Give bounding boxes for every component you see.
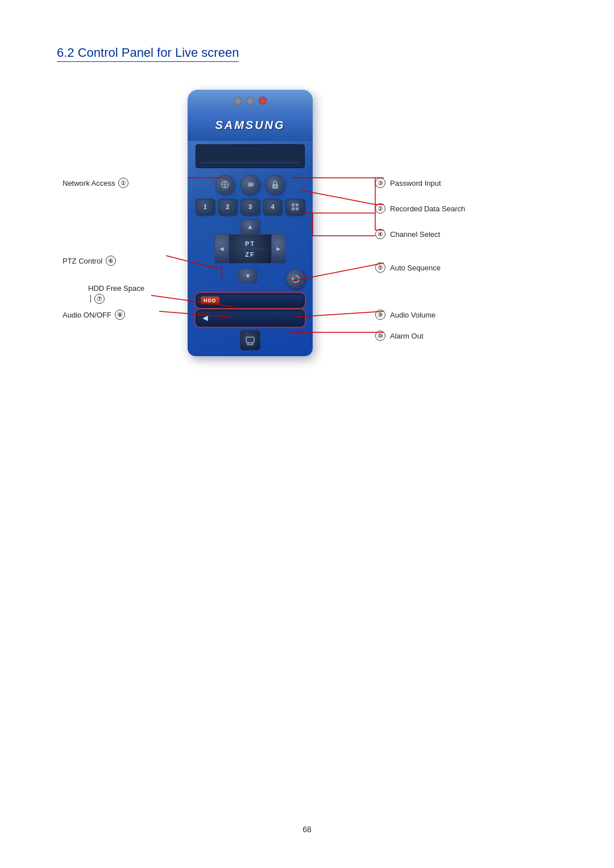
close-button[interactable] — [259, 97, 267, 105]
ptz-divider — [236, 249, 264, 249]
ptz-middle-row: ◄ PT ZF ► — [214, 234, 286, 264]
samsung-logo: SAMSUNG — [215, 119, 285, 132]
ptz-control-label: PTZ Control — [63, 257, 102, 265]
ptz-up-button[interactable]: ▲ — [240, 219, 260, 234]
dvr-alarm-area — [188, 328, 313, 356]
svg-rect-8 — [296, 207, 298, 210]
label-auto-sequence-group: ⑤ Auto Sequence — [375, 262, 441, 273]
dvr-top-buttons — [188, 172, 313, 197]
label-alarm-out-group: ⑩ Alarm Out — [375, 331, 424, 341]
label-network-access-group: Network Access ① — [63, 178, 128, 188]
dvr-screen-inner — [202, 162, 298, 163]
record-icon — [246, 180, 255, 189]
ptz-center: PT ZF — [229, 234, 271, 264]
network-icon — [221, 180, 230, 189]
channel-3-button[interactable]: 3 — [240, 199, 260, 215]
svg-point-2 — [248, 182, 252, 187]
svg-rect-6 — [296, 203, 298, 206]
ptz-zf-label: ZF — [245, 251, 255, 258]
channel-select-label: Channel Select — [390, 230, 440, 239]
page-title: 6.2 Control Panel for Live screen — [57, 45, 239, 62]
alarm-out-button[interactable] — [240, 330, 260, 350]
ptz-down-button[interactable]: ▼ — [238, 269, 258, 283]
label-ptz-control-group: PTZ Control ⑥ — [63, 256, 116, 266]
channel-1-button[interactable]: 1 — [196, 199, 215, 215]
num2-right: ② — [375, 203, 385, 214]
alarm-icon — [245, 335, 255, 345]
hdd-free-space-label: HDD Free Space — [88, 284, 144, 293]
dvr-audio-area: ◄ — [196, 310, 305, 327]
audio-volume-label: Audio Volume — [390, 311, 435, 319]
audio-icon[interactable]: ◄ — [201, 313, 210, 323]
label-hdd-group: HDD Free Space ⑦ — [88, 284, 144, 304]
num6-left: ⑥ — [106, 256, 116, 266]
svg-rect-9 — [246, 337, 254, 343]
dvr-panel: SAMSUNG — [188, 90, 313, 356]
ptz-left-button[interactable]: ◄ — [214, 234, 229, 264]
dvr-hdd-area: HDD — [196, 293, 305, 308]
channel-4-button[interactable]: 4 — [263, 199, 283, 215]
label-audio-volume-group: ⑨ Audio Volume — [375, 310, 435, 320]
num1-left: ① — [118, 178, 128, 188]
lock-icon — [271, 180, 280, 189]
svg-point-4 — [275, 186, 276, 187]
num7-left: ⑦ — [94, 294, 105, 304]
ptz-pt-label: PT — [245, 240, 255, 247]
page-number: 68 — [302, 825, 312, 834]
grid-icon — [291, 203, 299, 211]
auto-sequence-label: Auto Sequence — [390, 264, 441, 272]
channel-multi-button[interactable] — [285, 199, 305, 215]
dvr-screen — [196, 144, 305, 168]
num5-right: ⑤ — [375, 262, 385, 273]
record-button[interactable] — [240, 175, 260, 194]
samsung-logo-area: SAMSUNG — [188, 109, 313, 141]
svg-rect-5 — [292, 203, 294, 206]
label-audio-onoff-group: Audio ON/OFF ⑧ — [63, 310, 125, 320]
password-input-label: Password Input — [390, 179, 441, 187]
label-recorded-data-group: ② Recorded Data Search — [375, 203, 465, 214]
svg-rect-7 — [292, 207, 294, 210]
dvr-topbar — [188, 90, 313, 109]
num8-left: ⑧ — [115, 310, 125, 320]
auto-sequence-icon — [291, 274, 300, 283]
dvr-channel-row: 1 2 3 4 — [188, 197, 313, 216]
ptz-right-button[interactable]: ► — [271, 234, 286, 264]
num9-right: ⑨ — [375, 310, 385, 320]
label-password-input-group: ③ Password Input — [375, 178, 441, 188]
recorded-data-label: Recorded Data Search — [390, 205, 465, 213]
network-access-button[interactable] — [215, 175, 235, 194]
password-button[interactable] — [265, 175, 285, 194]
auto-sequence-button[interactable] — [286, 269, 305, 289]
hdd-label: HDD — [201, 297, 219, 304]
audio-onoff-label: Audio ON/OFF — [63, 311, 111, 319]
channel-2-button[interactable]: 2 — [218, 199, 238, 215]
label-channel-select-group: ④ Channel Select — [375, 229, 440, 239]
num4-right: ④ — [375, 229, 385, 239]
num3-right: ③ — [375, 178, 385, 188]
dvr-ptz-area: ▲ ◄ PT ZF ► ▼ — [188, 216, 313, 291]
minimize-button[interactable] — [234, 97, 242, 105]
network-access-label: Network Access — [63, 179, 115, 187]
alarm-out-label: Alarm Out — [390, 332, 424, 340]
maximize-button[interactable] — [246, 97, 254, 105]
num10-right: ⑩ — [375, 331, 385, 341]
